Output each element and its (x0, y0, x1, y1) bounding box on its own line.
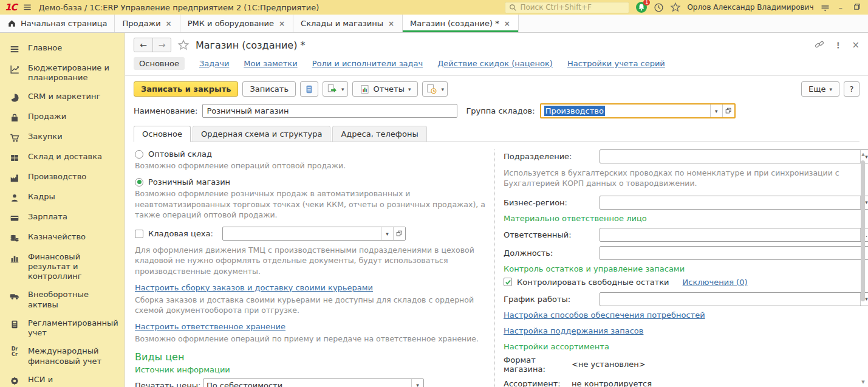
sidebar-item-label: Зарплата (28, 212, 67, 222)
nav-tasks[interactable]: Задачи (199, 59, 229, 68)
tab-home[interactable]: Начальная страница (0, 15, 115, 32)
sidebar-item-salary[interactable]: Зарплата (0, 208, 125, 228)
person-icon (9, 193, 21, 204)
open-icon[interactable] (393, 227, 405, 240)
sidebar-item-label: Казначейство (28, 232, 86, 242)
back-button[interactable]: ← (134, 38, 152, 52)
sidebar-item-finresult[interactable]: Финансовый результат и контроллинг (0, 248, 125, 286)
nav-notes[interactable]: Мои заметки (244, 59, 297, 68)
tab-addresses[interactable]: Адреса, телефоны (332, 126, 426, 142)
history-icon[interactable] (654, 2, 664, 13)
department-field[interactable]: ▾ (600, 149, 868, 163)
favorite-star-icon[interactable] (177, 39, 190, 51)
control-free-stock-checkbox[interactable] (504, 278, 512, 286)
position-input[interactable] (600, 246, 868, 260)
scrollbar-thumb[interactable] (861, 160, 865, 301)
save-and-close-button[interactable]: Записать и закрыть (134, 81, 238, 97)
sidebar-item-main[interactable]: Главное (0, 39, 125, 59)
favorites-star-icon[interactable] (670, 2, 681, 13)
sidebar-item-ifrs[interactable]: DrCr Международный финансовый учет (0, 342, 125, 371)
mol-heading: Материально ответственное лицо (504, 214, 868, 223)
tab-main[interactable]: Основное (134, 126, 191, 142)
nav-main[interactable]: Основное (134, 57, 185, 70)
tab-label: Склады и магазины (301, 19, 383, 28)
global-search[interactable] (505, 2, 629, 13)
close-icon[interactable]: × (278, 19, 285, 28)
dr-cr-icon: DrCr (9, 347, 21, 358)
name-input[interactable] (202, 104, 457, 118)
sidebar-item-production[interactable]: Производство (0, 168, 125, 188)
link-icon[interactable] (815, 39, 824, 51)
search-input[interactable] (520, 3, 617, 12)
help-button[interactable]: ? (844, 81, 859, 97)
sidebar-item-treasury[interactable]: Казначейство (0, 228, 125, 248)
kebab-menu-icon[interactable]: ⋮ (834, 41, 842, 50)
tab-rmk[interactable]: РМК и оборудование × (180, 15, 293, 32)
document-history-button[interactable]: ▾ (422, 81, 448, 97)
scroll-up-icon[interactable]: ▲ (860, 152, 866, 157)
chevron-down-icon[interactable]: ▾ (710, 104, 722, 117)
sidebar-item-hr[interactable]: Кадры (0, 188, 125, 208)
close-icon[interactable]: × (388, 19, 395, 28)
sidebar-item-regaccounting[interactable]: Регламентированный учет (0, 314, 125, 343)
supply-methods-link[interactable]: Настройка способов обеспечения потребнос… (504, 310, 705, 320)
hamburger-menu-icon[interactable] (22, 2, 32, 12)
close-icon[interactable]: × (504, 19, 511, 28)
sidebar-item-purchases[interactable]: Закупки (0, 128, 125, 148)
sidebar-item-nsi-admin[interactable]: НСИ и администрирование (0, 371, 125, 387)
stock-control-heading: Контроль остатков и управление запасами (504, 264, 868, 273)
setup-delivery-link[interactable]: Настроить сборку заказов и доставку свои… (135, 283, 373, 292)
window-titlebar: 1С Демо-база / 1С:ERP Управление предпри… (0, 0, 868, 15)
sidebar-item-crm[interactable]: CRM и маркетинг (0, 87, 125, 108)
reports-button[interactable]: Отчеты ▾ (352, 81, 419, 97)
tab-sales[interactable]: Продажи × (115, 15, 180, 32)
stock-maintenance-link[interactable]: Настройка поддержания запасов (504, 326, 643, 335)
retail-radio[interactable] (135, 178, 143, 187)
form-title: Магазин (создание) * (196, 39, 306, 51)
open-icon[interactable] (722, 104, 734, 117)
store-format-label: Формат магазина: (504, 355, 572, 374)
nav-discounts[interactable]: Действие скидок (наценок) (437, 59, 553, 68)
setup-custody-link[interactable]: Настроить ответственное хранение (135, 322, 285, 331)
exceptions-link[interactable]: Исключения (0) (683, 278, 748, 287)
shopping-cart-icon (9, 132, 21, 143)
nav-series[interactable]: Настройки учета серий (567, 59, 665, 68)
chevron-down-icon[interactable]: ▾ (381, 227, 393, 240)
window-title: Демо-база / 1С:ERP Управление предприяти… (38, 3, 319, 12)
region-field[interactable]: ▾ (600, 196, 868, 210)
minimize-button[interactable]: – (836, 3, 846, 12)
responsible-field[interactable]: ... (600, 228, 868, 242)
save-button[interactable]: Записать (242, 81, 296, 97)
close-icon[interactable]: × (165, 19, 173, 28)
sidebar-item-label: Международный финансовый учет (28, 346, 118, 366)
sidebar-item-warehouse[interactable]: Склад и доставка (0, 148, 125, 168)
scroll-down-icon[interactable]: ▼ (860, 380, 866, 385)
sidebar-item-sales[interactable]: Продажи (0, 108, 125, 128)
print-prices-field[interactable]: По себестоимости ▾ (203, 378, 424, 387)
forward-button[interactable]: → (152, 38, 171, 52)
close-form-icon[interactable]: × (852, 39, 859, 50)
vertical-scrollbar[interactable]: ▲ ▼ (860, 152, 866, 385)
more-button[interactable]: Еще ▾ (801, 81, 839, 97)
nav-roles[interactable]: Роли и исполнители задач (312, 59, 423, 68)
calculator-icon (9, 319, 21, 330)
main-menu-icon[interactable] (820, 2, 830, 13)
tab-order-scheme[interactable]: Ордерная схема и структура (193, 126, 330, 142)
chevron-down-icon[interactable]: ▾ (411, 379, 423, 387)
tab-warehouses[interactable]: Склады и магазины × (293, 15, 403, 32)
tab-label: РМК и оборудование (188, 19, 274, 28)
notifications-button[interactable]: 1 (635, 1, 648, 13)
structure-button[interactable] (300, 81, 318, 97)
wholesale-radio-label: Оптовый склад (148, 149, 212, 159)
storeroom-checkbox[interactable] (135, 230, 143, 238)
create-based-on-button[interactable]: ▾ (323, 81, 348, 97)
wholesale-radio[interactable] (135, 150, 143, 159)
warehouse-group-field[interactable]: Производство ▾ (540, 103, 736, 118)
user-name[interactable]: Орлов Александр Владимирович (687, 3, 813, 12)
sidebar-item-budgeting[interactable]: Бюджетирование и планирование (0, 59, 125, 87)
tab-store-creation[interactable]: Магазин (создание) * × (403, 15, 519, 32)
sidebar-item-assets[interactable]: Внеоборотные активы (0, 286, 125, 314)
restore-window-button[interactable] (851, 3, 863, 12)
schedule-field[interactable]: ▾ (600, 292, 868, 306)
storeroom-field[interactable]: ▾ (222, 227, 406, 241)
